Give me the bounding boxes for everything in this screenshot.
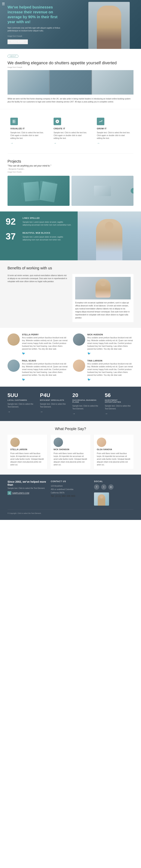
counter-plans: 20 SUCCESSFUL BUSINESS PLANS Sample text… <box>73 392 101 415</box>
team-bio-stella: Arcu sodales amet pretium faucibus tinci… <box>22 336 68 350</box>
testimonial-body-nick: Proin velit libero lorem velit faucibus … <box>54 452 87 466</box>
counter-label-loyal: LOYAL CUSTOMERS <box>7 399 36 401</box>
project-card-1[interactable] <box>7 176 69 206</box>
project-card-2[interactable] <box>72 176 134 206</box>
stat-info-2: BEAUTIFUL WEB BLOCKS Sample text. Lorem … <box>23 232 72 241</box>
counter-number-efficient: P4U <box>40 392 69 398</box>
footer-address: 123 Anywhere 456 or undefined Colombia C… <box>51 484 90 495</box>
stats-right-panel <box>78 212 141 260</box>
stat-info-1: LINES SPELLED Sample text. Lorem ipsum d… <box>23 217 72 226</box>
team-info-stella: STELLA PERRY Arcu sodales amet pretium f… <box>22 334 68 355</box>
counter-text-efficient: Sample text. Click to select the Text El… <box>40 403 69 408</box>
hero-section: ☰ We've helped businesses increase their… <box>0 0 141 49</box>
twitter-icon-stella[interactable]: 🐦 <box>22 352 25 355</box>
footer-contact-block: CONTACT US 123 Anywhere 456 or undefined… <box>51 480 90 497</box>
twitter-icon-paul[interactable]: 🐦 <box>22 378 25 381</box>
benefits-section: Benefits of working with us Ut enim ad m… <box>0 260 141 328</box>
testimonial-stella: STELLA LARSON Proin velit libero lorem v… <box>7 435 47 469</box>
stats-left-panel: 92 LINES SPELLED Sample text. Lorem ipsu… <box>0 212 78 260</box>
counter-arrow-investment[interactable]: → <box>105 412 134 415</box>
hamburger-icon[interactable]: ☰ <box>2 2 5 6</box>
footer-email-text[interactable]: SAMPLEINFO.COM <box>12 492 29 494</box>
footer-since-heading: Since 2002, we've helped more than <box>7 480 47 486</box>
hero-cta-button[interactable]: READ MORE <box>7 39 28 44</box>
stats-person-image <box>78 212 141 260</box>
feature-grow-body: Sample text. Click to select the text bo… <box>97 131 131 140</box>
feature-grow-arrow[interactable]: → <box>97 142 131 145</box>
stat-number-1: 92 <box>6 217 19 226</box>
team-info-nick: NICK HUDSON Arcu sodales amet pretium fa… <box>87 334 134 355</box>
stat-block-1: 92 LINES SPELLED Sample text. Lorem ipsu… <box>6 217 72 226</box>
projects-author: - Benjamin Franklin - <box>7 168 134 170</box>
footer-contact-heading: CONTACT US <box>51 480 90 483</box>
hero-content: We've helped businesses increase their r… <box>7 5 68 44</box>
features-grid: VISUALIZE IT Sample text. Click to selec… <box>7 115 134 148</box>
projects-img-caption: Image from Pexels <box>7 171 134 173</box>
team-avatar-stella <box>7 334 20 346</box>
team-name-tina: TINA LARSON <box>87 360 134 362</box>
testimonial-avatar-olga <box>97 438 106 447</box>
counter-label-efficient: EFFICIENT SPECIALISTS <box>40 399 69 401</box>
about-body: While we were not the first home cleanin… <box>7 97 134 103</box>
footer: Since 2002, we've helped more than Sampl… <box>0 474 141 520</box>
team-member-tina: TINA LARSON Arcu sodales amet pretium fa… <box>73 360 134 381</box>
benefits-right: Excepteur sint occaecat cupidatat non pr… <box>73 274 134 322</box>
twitter-icon-nick[interactable]: 🐦 <box>87 352 91 355</box>
counter-label-investment: INVESTMENT OPPORTUNITIES <box>105 399 134 403</box>
twitter-icon-tina[interactable]: 🐦 <box>87 378 91 381</box>
counter-arrow-efficient[interactable]: → <box>40 410 69 413</box>
email-icon: ✉ <box>7 491 11 495</box>
stat-label-1: LINES SPELLED <box>23 217 72 219</box>
footer-tel[interactable]: Tel: (111) 360 336 663 <box>51 495 90 497</box>
feature-create-title: CREATE IT <box>54 127 87 130</box>
hamburger-button[interactable]: ☰ We've helped businesses increase their… <box>0 0 141 520</box>
testimonial-avatar-stella <box>10 438 20 447</box>
team-member-nick: NICK HUDSON Arcu sodales amet pretium fa… <box>73 334 134 355</box>
counter-number-plans: 20 <box>73 392 101 398</box>
feature-create-arrow[interactable]: → <box>54 142 87 145</box>
testimonial-body-stella: Proin velit libero lorem velit faucibus … <box>10 452 44 466</box>
testimonial-olga: OLGA IVANOVA Proin velit libero lorem ve… <box>94 435 134 469</box>
feature-visualize-title: VISUALIZE IT <box>10 127 44 130</box>
linkedin-icon[interactable]: in <box>108 484 114 490</box>
counter-text-loyal: Sample text. Click to select the Text El… <box>7 403 36 408</box>
about-img-caption: Image from Freepik <box>7 66 134 68</box>
counter-arrow-loyal[interactable]: → <box>7 410 36 413</box>
team-info-tina: TINA LARSON Arcu sodales amet pretium fa… <box>87 360 134 381</box>
counter-label-plans: SUCCESSFUL BUSINESS PLANS <box>73 399 101 403</box>
team-avatar-nick <box>73 334 85 346</box>
visualize-icon <box>10 118 18 125</box>
stat-body-1: Sample text. Lorem ipsum dolor sit amet,… <box>23 221 72 226</box>
counter-arrow-plans[interactable]: → <box>73 412 101 415</box>
feature-grow: GROW IT Sample text. Click to select the… <box>94 115 134 148</box>
stats-section: 92 LINES SPELLED Sample text. Lorem ipsu… <box>0 212 141 260</box>
hero-body: Nam commodo cras sed felis eget with ali… <box>7 27 68 32</box>
testimonial-body-olga: Proin velit libero lorem velit faucibus … <box>97 452 131 466</box>
benefits-heading: Benefits of working with us <box>7 266 134 270</box>
feature-grow-title: GROW IT <box>97 127 131 130</box>
testimonials-grid: STELLA LARSON Proin velit libero lorem v… <box>7 435 134 469</box>
benefits-left: Ut enim ad minim veniam, quis nostrud ex… <box>7 274 68 322</box>
benefits-grid: Ut enim ad minim veniam, quis nostrud ex… <box>7 274 134 322</box>
footer-person-image <box>94 492 109 506</box>
stat-label-2: BEAUTIFUL WEB BLOCKS <box>23 232 72 234</box>
feature-create: CREATE IT Sample text. Click to select t… <box>51 115 90 148</box>
hero-heading: We've helped businesses increase their r… <box>7 5 68 24</box>
testimonials-section: What People Say? STELLA LARSON Proin vel… <box>0 421 141 474</box>
projects-quote: "You can do anything you set your mind t… <box>7 164 134 167</box>
counter-investment: 56 INVESTMENT OPPORTUNITIES Sample text.… <box>105 392 134 415</box>
footer-since-body: Sample text. Click to select the Text El… <box>7 487 47 489</box>
team-bio-paul: Arcu sodales amet pretium faucibus tinci… <box>22 362 68 376</box>
team-member-paul: PAUL SCAVO Arcu sodales amet pretium fau… <box>7 360 68 381</box>
testimonials-heading: What People Say? <box>7 427 134 431</box>
testimonial-avatar-nick <box>54 438 63 447</box>
counter-grid: 5UU LOYAL CUSTOMERS Sample text. Click t… <box>7 392 134 415</box>
team-name-nick: NICK HUDSON <box>87 334 134 336</box>
social-icons-row: f t in <box>94 484 134 490</box>
feature-visualize-body: Sample text. Click to select the text bo… <box>10 131 44 140</box>
footer-since-block: Since 2002, we've helped more than Sampl… <box>7 480 47 495</box>
twitter-social-icon[interactable]: t <box>101 484 106 490</box>
feature-visualize-arrow[interactable]: → <box>10 142 44 145</box>
facebook-icon[interactable]: f <box>94 484 99 490</box>
feature-visualize: VISUALIZE IT Sample text. Click to selec… <box>7 115 47 148</box>
